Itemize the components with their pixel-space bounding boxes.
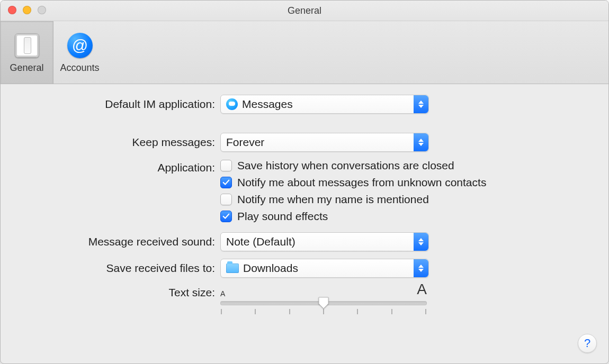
window-title: General [288,5,321,16]
preferences-window: General General @ Accounts Default IM ap… [0,0,609,364]
general-icon [13,32,41,59]
label-received-sound: Message received sound: [1,235,220,248]
folder-icon [226,263,239,273]
label-keep-messages: Keep messages: [1,136,220,149]
popup-arrows-icon [414,133,428,151]
slider-knob[interactable] [318,296,329,309]
preferences-toolbar: General @ Accounts [1,21,608,84]
checkbox-icon [220,160,232,171]
checkbox-notify-mention[interactable]: Notify me when my name is mentioned [220,193,486,206]
tab-general-label: General [10,62,43,74]
zoom-window-button[interactable] [38,6,46,14]
titlebar: General [1,1,608,21]
accounts-icon: @ [66,32,94,59]
checkbox-save-history[interactable]: Save history when conversations are clos… [220,159,486,172]
save-files-value: Downloads [243,262,298,275]
keep-messages-value: Forever [226,136,264,149]
checkbox-notify-unknown[interactable]: Notify me about messages from unknown co… [220,176,486,189]
checkbox-play-sound[interactable]: Play sound effects [220,210,486,223]
checkbox-notify-unknown-label: Notify me about messages from unknown co… [237,176,486,189]
popup-arrows-icon [414,233,428,251]
received-sound-value: Note (Default) [226,235,295,248]
text-size-slider[interactable]: A A [220,285,427,314]
default-im-popup[interactable]: Messages [220,95,429,114]
close-window-button[interactable] [8,6,16,14]
label-save-files-to: Save received files to: [1,262,220,275]
popup-arrows-icon [414,259,428,277]
checkbox-icon [220,194,232,205]
received-sound-popup[interactable]: Note (Default) [220,232,429,251]
tab-accounts-label: Accounts [60,62,99,74]
checkbox-notify-mention-label: Notify me when my name is mentioned [237,193,429,206]
checkbox-play-sound-label: Play sound effects [237,210,328,223]
minimize-window-button[interactable] [23,6,31,14]
checkbox-save-history-label: Save history when conversations are clos… [237,159,454,172]
label-application: Application: [1,159,220,174]
checkmark-icon [220,211,232,222]
general-pane: Default IM application: Messages Keep me… [1,84,608,332]
text-size-min-label: A [220,289,225,298]
help-button[interactable]: ? [578,334,597,353]
traffic-lights [8,6,46,14]
slider-track [220,301,427,305]
default-im-value: Messages [242,98,293,111]
tab-general[interactable]: General [1,21,53,84]
keep-messages-popup[interactable]: Forever [220,133,429,152]
text-size-max-label: A [417,281,427,298]
help-icon: ? [584,336,590,350]
save-files-popup[interactable]: Downloads [220,259,429,278]
label-text-size: Text size: [1,285,220,299]
messages-app-icon [226,98,238,110]
label-default-im: Default IM application: [1,98,220,111]
slider-ticks [221,309,426,314]
checkmark-icon [220,177,232,188]
tab-accounts[interactable]: @ Accounts [53,21,106,84]
popup-arrows-icon [414,95,428,113]
